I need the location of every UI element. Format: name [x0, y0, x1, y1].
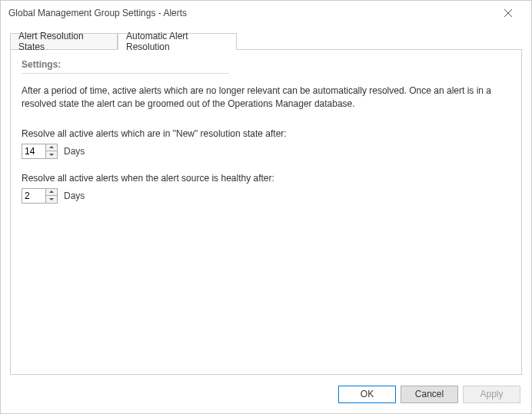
spin-up-button[interactable]: [46, 189, 57, 196]
healthy-days-input[interactable]: [22, 189, 45, 203]
dialog-window: Global Management Group Settings - Alert…: [0, 0, 532, 414]
dialog-footer: OK Cancel Apply: [1, 375, 531, 413]
window-title: Global Management Group Settings - Alert…: [8, 8, 187, 18]
settings-panel: Settings: After a period of time, active…: [10, 50, 522, 375]
cancel-button[interactable]: Cancel: [401, 386, 458, 403]
healthy-label: Resolve all active alerts when the alert…: [22, 173, 510, 184]
spin-down-button[interactable]: [46, 196, 57, 203]
tab-strip: Alert Resolution States Automatic Alert …: [10, 30, 522, 50]
spin-buttons: [45, 189, 57, 203]
close-icon: [504, 9, 512, 17]
new-state-spinner: [22, 144, 58, 159]
apply-button[interactable]: Apply: [463, 386, 520, 403]
tab-label: Automatic Alert Resolution: [126, 31, 228, 52]
new-state-label: Resolve all active alerts which are in "…: [22, 128, 510, 139]
client-area: Alert Resolution States Automatic Alert …: [1, 25, 531, 413]
settings-header: Settings:: [22, 59, 510, 70]
ok-button[interactable]: OK: [338, 386, 396, 403]
titlebar: Global Management Group Settings - Alert…: [1, 1, 531, 25]
chevron-down-icon: [49, 198, 54, 200]
new-state-unit: Days: [64, 146, 85, 157]
chevron-up-icon: [49, 146, 54, 148]
healthy-row: Days: [22, 188, 510, 204]
spin-up-button[interactable]: [46, 144, 57, 151]
new-state-row: Days: [22, 144, 510, 159]
close-button[interactable]: [493, 2, 524, 25]
tab-alert-resolution-states[interactable]: Alert Resolution States: [10, 33, 118, 50]
settings-divider: [22, 73, 229, 74]
chevron-up-icon: [49, 190, 54, 193]
tab-label: Alert Resolution States: [18, 31, 109, 52]
healthy-unit: Days: [64, 190, 85, 201]
healthy-spinner: [22, 188, 58, 204]
chevron-down-icon: [49, 154, 54, 156]
spin-down-button[interactable]: [46, 151, 57, 158]
tab-automatic-alert-resolution[interactable]: Automatic Alert Resolution: [118, 33, 237, 50]
spin-buttons: [45, 144, 57, 158]
new-state-days-input[interactable]: [22, 144, 45, 158]
settings-description: After a period of time, active alerts wh…: [22, 84, 498, 111]
